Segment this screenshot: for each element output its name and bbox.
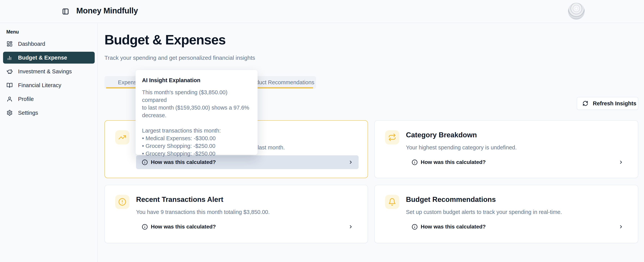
sidebar-item-label: Investment & Savings [18,68,72,75]
tooltip-body: This month's spending ($3,850.00) compar… [142,88,252,157]
refresh-insights-button[interactable]: Refresh Insights [577,97,638,110]
tooltip-list-heading: Largest transactions this month: [142,127,252,134]
ai-insight-tooltip: AI Insight Explanation This month's spen… [136,70,258,155]
card-budget-recommendations: Budget Recommendations Set up custom bud… [374,185,638,243]
sidebar-item-financial-literacy[interactable]: Financial Literacy [3,79,95,91]
chevron-right-icon [618,160,624,165]
sidebar-item-label: Dashboard [18,41,45,47]
user-icon [6,96,13,102]
how-calculated-label: How was this calculated? [421,159,486,165]
how-calculated-button[interactable]: How was this calculated? [406,155,629,169]
book-open-icon [6,82,13,88]
card-category-breakdown: Category Breakdown Your highest spending… [374,120,638,178]
card-title: Category Breakdown [406,131,477,139]
card-title: Budget Recommendations [406,196,496,204]
tooltip-line: to last month ($159,350.00) shows a 97.6… [142,104,252,111]
sidebar-item-settings[interactable]: Settings [3,107,95,119]
app-header: Money Mindfully [0,0,644,23]
sidebar: Menu Dashboard Budget & Expense Investme… [0,23,98,262]
tooltip-title: AI Insight Explanation [142,77,252,83]
info-icon [412,159,418,165]
how-calculated-button[interactable]: How was this calculated? [136,220,358,234]
how-calculated-label: How was this calculated? [151,224,216,230]
tooltip-line: This month's spending ($3,850.00) compar… [142,88,252,104]
piggy-bank-icon [6,68,13,74]
sidebar-nav: Dashboard Budget & Expense Investment & … [3,38,95,119]
sidebar-item-dashboard[interactable]: Dashboard [3,38,95,50]
card-description: You have 9 transactions this month total… [136,209,270,215]
how-calculated-label: How was this calculated? [151,159,216,165]
card-description: Your highest spending category is undefi… [406,144,517,151]
tooltip-spacer [142,119,252,127]
tooltip-list-item: • Grocery Shopping: -$250.00 [142,150,252,157]
refresh-icon [582,101,588,106]
info-icon [412,224,418,230]
how-calculated-button[interactable]: How was this calculated? [406,220,629,234]
dashboard-icon [6,41,13,47]
bell-icon [385,195,399,209]
card-title: Recent Transactions Alert [136,196,223,204]
sidebar-item-label: Profile [18,96,34,102]
info-icon [142,159,148,165]
tooltip-list-item: • Medical Expenses: -$300.00 [142,134,252,142]
menu-section-label: Menu [6,29,19,35]
chevron-right-icon [618,224,624,229]
card-description: Set up custom budget alerts to track you… [406,209,562,215]
app-title: Money Mindfully [76,6,138,15]
trending-up-icon [115,130,130,144]
sidebar-toggle-icon[interactable] [62,8,69,15]
alert-circle-icon [115,195,130,209]
sidebar-item-label: Budget & Expense [18,55,67,61]
chart-column-icon [6,55,13,61]
repeat-icon [385,130,399,144]
how-calculated-label: How was this calculated? [421,224,486,230]
info-icon [142,224,148,230]
tooltip-line: decrease. [142,111,252,119]
chevron-right-icon [348,224,353,229]
tooltip-list-item: • Grocery Shopping: -$250.00 [142,142,252,150]
chevron-right-icon [348,160,353,165]
sidebar-item-investment-savings[interactable]: Investment & Savings [3,65,95,77]
gear-icon [6,110,13,116]
sidebar-item-label: Financial Literacy [18,82,61,88]
sidebar-item-profile[interactable]: Profile [3,93,95,105]
page-subtitle: Track your spending and get personalized… [104,55,255,61]
avatar[interactable] [568,3,584,19]
card-recent-transactions-alert: Recent Transactions Alert You have 9 tra… [104,185,368,243]
sidebar-item-budget-expense[interactable]: Budget & Expense [3,52,95,64]
page-title: Budget & Expenses [104,32,226,47]
sidebar-item-label: Settings [18,110,38,116]
refresh-label: Refresh Insights [593,100,636,107]
